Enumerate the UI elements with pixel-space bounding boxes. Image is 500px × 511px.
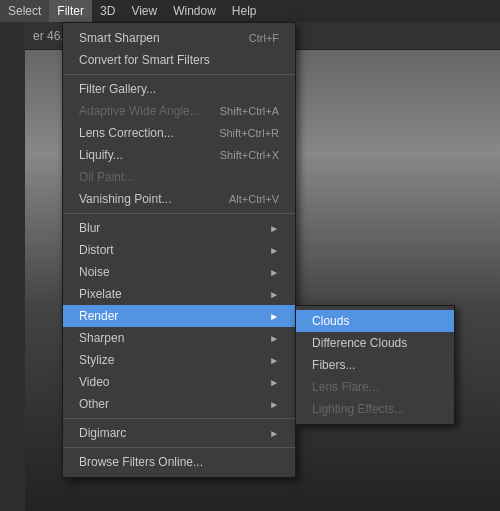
menu-item-stylize[interactable]: Stylize ►	[63, 349, 295, 371]
menu-item-vanishing-point[interactable]: Vanishing Point... Alt+Ctrl+V	[63, 188, 295, 210]
menu-item-digimarc[interactable]: Digimarc ►	[63, 422, 295, 444]
menu-item-lens-correction[interactable]: Lens Correction... Shift+Ctrl+R	[63, 122, 295, 144]
menubar-item-filter[interactable]: Filter	[49, 0, 92, 22]
menu-item-video[interactable]: Video ►	[63, 371, 295, 393]
menubar: Select Filter 3D View Window Help	[0, 0, 500, 22]
submenu-item-lens-flare[interactable]: Lens Flare...	[296, 376, 454, 398]
menu-item-adaptive-wide[interactable]: Adaptive Wide Angle... Shift+Ctrl+A	[63, 100, 295, 122]
render-submenu: Clouds Difference Clouds Fibers... Lens …	[295, 305, 455, 425]
menu-item-noise[interactable]: Noise ►	[63, 261, 295, 283]
submenu-item-difference-clouds[interactable]: Difference Clouds	[296, 332, 454, 354]
menubar-item-3d[interactable]: 3D	[92, 0, 123, 22]
menubar-item-window[interactable]: Window	[165, 0, 224, 22]
separator-4	[63, 447, 295, 448]
menu-item-render[interactable]: Render ► Clouds Difference Clouds Fibers…	[63, 305, 295, 327]
menu-item-sharpen[interactable]: Sharpen ►	[63, 327, 295, 349]
menubar-item-view[interactable]: View	[123, 0, 165, 22]
arrow-icon-blur: ►	[269, 223, 279, 234]
menu-item-distort[interactable]: Distort ►	[63, 239, 295, 261]
arrow-icon-other: ►	[269, 399, 279, 410]
arrow-icon-sharpen: ►	[269, 333, 279, 344]
arrow-icon-video: ►	[269, 377, 279, 388]
menu-item-filter-gallery[interactable]: Filter Gallery...	[63, 78, 295, 100]
menu-item-liquify[interactable]: Liquify... Shift+Ctrl+X	[63, 144, 295, 166]
submenu-item-fibers[interactable]: Fibers...	[296, 354, 454, 376]
arrow-icon-digimarc: ►	[269, 428, 279, 439]
arrow-icon-noise: ►	[269, 267, 279, 278]
filter-dropdown: Smart Sharpen Ctrl+F Convert for Smart F…	[62, 22, 296, 478]
submenu-item-lighting-effects[interactable]: Lighting Effects...	[296, 398, 454, 420]
menu-item-convert-smart[interactable]: Convert for Smart Filters	[63, 49, 295, 71]
filter-menu: Smart Sharpen Ctrl+F Convert for Smart F…	[62, 22, 296, 478]
menu-item-smart-sharpen[interactable]: Smart Sharpen Ctrl+F	[63, 27, 295, 49]
arrow-icon-distort: ►	[269, 245, 279, 256]
separator-3	[63, 418, 295, 419]
separator-1	[63, 74, 295, 75]
menu-item-other[interactable]: Other ►	[63, 393, 295, 415]
left-panel	[0, 22, 25, 511]
menu-item-pixelate[interactable]: Pixelate ►	[63, 283, 295, 305]
menu-item-browse-filters[interactable]: Browse Filters Online...	[63, 451, 295, 473]
menubar-item-select[interactable]: Select	[0, 0, 49, 22]
arrow-icon-stylize: ►	[269, 355, 279, 366]
menu-item-blur[interactable]: Blur ►	[63, 217, 295, 239]
menubar-item-help[interactable]: Help	[224, 0, 265, 22]
submenu-item-clouds[interactable]: Clouds	[296, 310, 454, 332]
arrow-icon-render: ►	[269, 311, 279, 322]
arrow-icon-pixelate: ►	[269, 289, 279, 300]
separator-2	[63, 213, 295, 214]
menu-item-oil-paint[interactable]: Oil Paint...	[63, 166, 295, 188]
